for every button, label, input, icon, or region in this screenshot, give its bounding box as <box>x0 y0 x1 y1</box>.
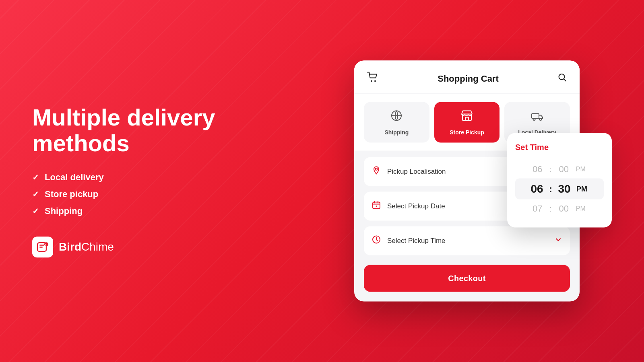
time-colon-1: : <box>549 165 552 174</box>
cart-icon <box>367 72 378 85</box>
store-pickup-method-button[interactable]: Store Pickup <box>434 102 500 143</box>
set-time-label: Set Time <box>515 143 604 152</box>
svg-rect-2 <box>39 247 43 248</box>
brand-name: BirdChime <box>59 241 114 253</box>
pickup-time-text: Select Pickup Time <box>387 237 548 245</box>
time-colon-2: : <box>549 183 552 195</box>
svg-rect-14 <box>373 202 380 209</box>
svg-point-3 <box>44 242 48 246</box>
search-icon[interactable] <box>558 73 567 84</box>
time-period-3: PM <box>576 205 590 212</box>
shipping-method-button[interactable]: Shipping <box>364 102 429 143</box>
features-list: ✓ Local delivery ✓ Store pickup ✓ Shippi… <box>32 172 233 216</box>
store-pickup-label: Store Pickup <box>450 129 484 136</box>
time-hour-3: 07 <box>528 204 546 214</box>
shipping-label: Shipping <box>384 129 409 136</box>
time-colon-3: : <box>549 204 552 213</box>
cart-header: Shopping Cart <box>354 61 580 93</box>
chevron-down-icon <box>555 236 562 245</box>
svg-rect-10 <box>532 114 539 119</box>
feature-shipping: ✓ Shipping <box>32 206 233 216</box>
left-panel: Multiple delivery methods ✓ Local delive… <box>32 105 233 257</box>
store-pickup-icon <box>460 109 473 125</box>
svg-point-11 <box>533 118 535 120</box>
location-icon <box>372 166 381 177</box>
svg-point-5 <box>371 80 372 82</box>
time-hour-2: 06 <box>528 183 546 195</box>
clock-icon <box>372 235 381 247</box>
local-delivery-icon <box>531 109 544 125</box>
main-heading: Multiple delivery methods <box>32 105 233 156</box>
checkout-button[interactable]: Checkout <box>364 265 570 292</box>
shipping-icon <box>390 109 403 125</box>
check-icon: ✓ <box>32 173 39 182</box>
time-row-2[interactable]: 06 : 30 PM <box>515 179 604 200</box>
time-period-1: PM <box>576 166 590 173</box>
svg-point-12 <box>539 118 541 120</box>
calendar-icon <box>372 201 381 212</box>
feature-store-pickup: ✓ Store pickup <box>32 189 233 200</box>
svg-point-6 <box>374 80 376 82</box>
pickup-time-row[interactable]: Select Pickup Time <box>364 226 570 255</box>
svg-rect-1 <box>39 245 44 246</box>
brand: t BirdChime <box>32 237 233 257</box>
time-row-3[interactable]: 07 : 00 PM <box>515 200 604 218</box>
time-minute-3: 00 <box>555 204 573 214</box>
cart-card: Shopping Cart Shipping <box>354 61 580 302</box>
check-icon: ✓ <box>32 206 39 216</box>
time-minute-2: 30 <box>555 183 573 195</box>
brand-logo: t <box>32 237 53 257</box>
svg-point-13 <box>376 168 378 170</box>
check-icon: ✓ <box>32 189 39 199</box>
time-picker-popup: Set Time 06 : 00 PM 06 : 30 PM 07 : 00 P… <box>507 133 612 228</box>
svg-point-15 <box>376 206 377 207</box>
time-row-1[interactable]: 06 : 00 PM <box>515 160 604 179</box>
time-period-2: PM <box>576 185 591 193</box>
time-hour-1: 06 <box>528 164 546 175</box>
time-minute-1: 00 <box>555 164 573 175</box>
feature-local-delivery: ✓ Local delivery <box>32 172 233 183</box>
cart-title: Shopping Cart <box>438 73 499 84</box>
